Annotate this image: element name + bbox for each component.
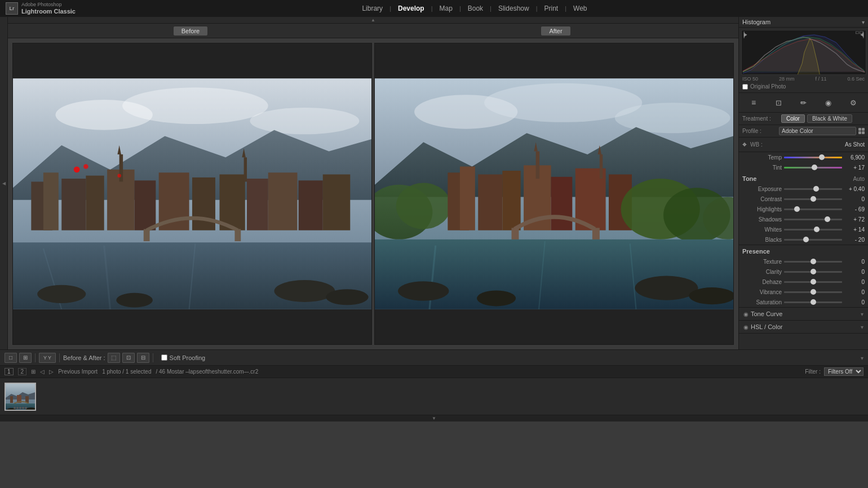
svg-point-31 [326, 289, 368, 305]
nav-library[interactable]: Library [355, 5, 389, 12]
filmstrip-nav-forward[interactable]: ▷ [49, 369, 54, 375]
nav-book[interactable]: Book [461, 5, 490, 12]
contrast-slider[interactable] [784, 195, 842, 203]
before-label-section: Before [8, 24, 373, 38]
original-photo-checkbox[interactable] [742, 84, 748, 90]
svg-rect-14 [247, 179, 268, 230]
tint-slider[interactable] [784, 163, 842, 171]
view-grid-button[interactable]: ⊞ [19, 353, 32, 363]
clarity-slider[interactable] [784, 268, 842, 276]
color-button[interactable]: Color [781, 114, 805, 123]
svg-rect-47 [551, 177, 573, 230]
filmstrip-bar [0, 378, 868, 415]
dehaze-slider[interactable] [784, 278, 842, 286]
toolbar-separator-3 [153, 353, 153, 362]
blacks-row: Blacks - 20 [739, 234, 868, 245]
app-logo: Lr Adobe Photoshop Lightroom Classic [6, 2, 76, 15]
svg-rect-16 [299, 180, 323, 230]
view-single-button[interactable]: □ [5, 353, 17, 363]
ba-toolbar-label: Before & After : [63, 354, 105, 361]
tone-curve-expand-icon[interactable]: ▾ [861, 311, 863, 317]
presets-tool[interactable]: ≡ [747, 96, 760, 109]
crop-tool[interactable]: ⊡ [772, 96, 785, 109]
original-photo-label: Original Photo [750, 83, 786, 90]
texture-label: Texture [742, 259, 782, 265]
ba-compare-2[interactable]: ⊡ [122, 353, 135, 363]
brush-tool[interactable]: ✏ [796, 96, 810, 109]
svg-point-3 [250, 108, 359, 134]
hsl-color-section[interactable]: ◉ HSL / Color ▾ [739, 321, 868, 334]
hsl-eye[interactable]: ◉ [743, 324, 749, 330]
svg-point-32 [74, 166, 80, 172]
toolbar-right-expand[interactable]: ▾ [861, 354, 863, 361]
tone-curve-section[interactable]: ◉ Tone Curve ▾ [739, 308, 868, 321]
filmstrip-view-1[interactable]: 1 [5, 368, 14, 375]
tone-auto-button[interactable]: Auto [853, 176, 865, 182]
bottom-scroll[interactable]: ▼ [0, 415, 868, 422]
highlights-row: Highlights - 69 [739, 204, 868, 214]
prev-import-label[interactable]: Previous Import [58, 369, 98, 375]
svg-rect-50 [512, 228, 519, 241]
svg-point-29 [116, 293, 153, 308]
texture-slider[interactable] [784, 258, 842, 265]
left-expand-icon[interactable]: ◀ [1, 181, 6, 186]
soft-proof-checkbox[interactable] [161, 354, 167, 361]
exposure-label: Exposure [742, 186, 782, 192]
temp-slider[interactable] [784, 153, 842, 161]
nav-develop[interactable]: Develop [391, 5, 431, 12]
tone-title: Tone [742, 175, 756, 182]
tone-curve-eye[interactable]: ◉ [743, 311, 749, 317]
saturation-row: Saturation 0 [739, 297, 868, 308]
filmstrip-nav-back[interactable]: ◁ [40, 369, 45, 375]
nav-slideshow[interactable]: Slideshow [491, 5, 536, 12]
nav-web[interactable]: Web [566, 5, 594, 12]
exposure-slider[interactable] [784, 185, 842, 193]
treatment-label: Treatment : [742, 116, 779, 122]
bottom-toolbar: □ ⊞ Y Y Before & After : ⬚ ⊡ ⊟ Soft Proo… [0, 349, 868, 365]
whites-row: Whites + 14 [739, 224, 868, 234]
temp-row: Temp 6,900 [739, 152, 868, 162]
images-area [8, 38, 738, 349]
shadows-slider[interactable] [784, 215, 842, 223]
blacks-slider[interactable] [784, 236, 842, 243]
saturation-slider[interactable] [784, 298, 842, 306]
toolbar-expand-icon[interactable]: ▾ [861, 355, 863, 361]
top-scroll-arrow[interactable]: ▲ [371, 17, 375, 23]
settings-tool[interactable]: ⚙ [847, 96, 860, 109]
histogram-expand[interactable]: ▾ [862, 19, 865, 25]
collection-path[interactable]: / 46 Mostar –lapseoftheshutter.com–-.cr2 [156, 369, 258, 375]
left-panel[interactable]: ◀ [0, 17, 8, 349]
profile-grid-icon[interactable] [858, 128, 865, 134]
highlights-slider[interactable] [784, 205, 842, 213]
svg-rect-18 [144, 229, 150, 242]
svg-point-34 [117, 174, 121, 177]
hsl-expand-icon[interactable]: ▾ [861, 324, 863, 330]
highlights-label: Highlights [742, 206, 782, 212]
svg-rect-17 [323, 175, 351, 230]
ba-compare-3[interactable]: ⊟ [137, 353, 149, 363]
whites-label: Whites [742, 227, 782, 233]
eye-tool[interactable]: ◉ [822, 96, 835, 109]
bw-button[interactable]: Black & White [807, 114, 852, 123]
after-image-panel[interactable] [374, 43, 734, 345]
eyedropper-icon[interactable]: ⌖ [742, 140, 747, 149]
profile-value[interactable] [779, 127, 856, 135]
histogram-title: Histogram [742, 19, 770, 25]
nav-print[interactable]: Print [538, 5, 565, 12]
filmstrip-view-grid[interactable]: ⊞ [31, 369, 36, 375]
soft-proof-group: Soft Proofing [161, 354, 206, 361]
whites-slider[interactable] [784, 225, 842, 233]
top-scroll[interactable]: ▲ [8, 17, 738, 24]
xy-toggle-button[interactable]: Y Y [39, 353, 56, 363]
exposure-value: + 0.40 [844, 186, 865, 192]
tool-row: ≡ ⊡ ✏ ◉ ⚙ [739, 93, 868, 113]
vibrance-slider[interactable] [784, 288, 842, 296]
ba-compare-1[interactable]: ⬚ [108, 353, 120, 363]
center-area: ▲ Before After [8, 17, 738, 349]
before-image-panel[interactable] [12, 43, 372, 345]
nav-map[interactable]: Map [433, 5, 459, 12]
bottom-scroll-arrow[interactable]: ▼ [432, 416, 436, 421]
filter-select[interactable]: Filters Off [824, 367, 863, 376]
filmstrip-view-2[interactable]: 2 [18, 368, 27, 375]
filmstrip-thumb-1[interactable] [5, 383, 36, 411]
